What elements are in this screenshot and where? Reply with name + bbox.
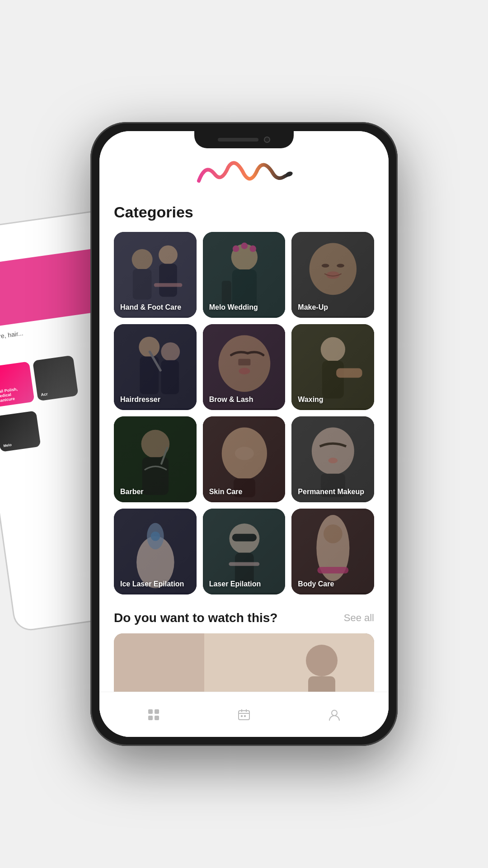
category-card-hand-foot[interactable]: Hand & Foot Care — [114, 232, 197, 318]
svg-rect-24 — [161, 360, 179, 394]
svg-point-21 — [139, 337, 160, 358]
svg-rect-14 — [221, 281, 231, 304]
watch-title: Do you want to watch this? — [114, 611, 277, 625]
category-card-brow-lash[interactable]: Brow & Lash — [203, 324, 286, 410]
category-label-brow-lash: Brow & Lash — [209, 395, 279, 404]
svg-rect-52 — [232, 534, 256, 542]
categories-grid: Hand & Foot Care Melo Wedding Make-Up Ha… — [114, 232, 374, 594]
nav-home[interactable] — [108, 707, 199, 723]
svg-rect-66 — [148, 716, 153, 720]
notch-camera — [264, 137, 270, 143]
bottom-navigation — [99, 692, 389, 737]
category-card-makeup[interactable]: Make-Up — [291, 232, 374, 318]
home-icon — [145, 707, 162, 723]
category-card-ice-laser[interactable]: Ice Laser Epilation — [114, 509, 197, 594]
svg-rect-7 — [154, 283, 183, 287]
phone-screen: Categories Hand & Foot Care Melo Wedding… — [99, 131, 389, 737]
nav-calendar[interactable] — [199, 707, 289, 723]
svg-point-11 — [232, 245, 239, 252]
svg-point-62 — [306, 645, 338, 676]
category-card-waxing[interactable]: Waxing — [291, 324, 374, 410]
category-card-barber[interactable]: Barber — [114, 416, 197, 502]
category-label-laser: Laser Epilation — [209, 580, 279, 588]
category-card-body-care[interactable]: Body Care — [291, 509, 374, 594]
svg-point-40 — [235, 447, 254, 460]
notch-speaker — [218, 138, 258, 142]
svg-point-17 — [322, 264, 329, 267]
svg-point-74 — [332, 710, 337, 716]
bg-thumb-2: Acr — [33, 355, 79, 401]
watch-header: Do you want to watch this? See all — [114, 611, 374, 625]
category-label-barber: Barber — [120, 487, 190, 496]
svg-point-5 — [159, 245, 178, 264]
svg-rect-32 — [322, 361, 344, 399]
svg-rect-72 — [241, 715, 243, 717]
category-label-makeup: Make-Up — [298, 303, 368, 311]
phone-notch — [194, 131, 294, 148]
category-label-body-care: Body Care — [298, 580, 368, 588]
svg-point-31 — [321, 337, 345, 362]
bg-thumb-1: Nail Polish, Medical Manicure — [0, 361, 35, 407]
phone-frame: Categories Hand & Foot Care Melo Wedding… — [90, 122, 398, 746]
category-label-perm-makeup: Permanent Makeup — [298, 487, 368, 496]
svg-point-45 — [328, 458, 338, 463]
profile-icon — [326, 707, 343, 723]
bg-thumb-3: Melo — [0, 410, 41, 452]
app-logo — [190, 158, 298, 190]
svg-rect-65 — [155, 709, 159, 714]
svg-rect-6 — [159, 264, 177, 297]
svg-point-49 — [150, 532, 160, 541]
nav-profile[interactable] — [289, 707, 380, 723]
categories-title: Categories — [114, 203, 374, 221]
svg-rect-33 — [336, 368, 362, 378]
svg-point-58 — [324, 524, 343, 543]
svg-point-13 — [249, 245, 256, 252]
category-label-skin-care: Skin Care — [209, 487, 279, 496]
svg-rect-67 — [155, 716, 159, 720]
svg-rect-28 — [238, 359, 250, 366]
category-card-skin-care[interactable]: Skin Care — [203, 416, 286, 502]
screen-content: Categories Hand & Foot Care Melo Wedding… — [99, 131, 389, 737]
svg-point-23 — [161, 342, 180, 361]
svg-point-29 — [239, 368, 250, 375]
svg-rect-68 — [239, 711, 249, 720]
svg-point-12 — [241, 242, 248, 249]
category-card-wedding[interactable]: Melo Wedding — [203, 232, 286, 318]
svg-point-18 — [337, 264, 345, 267]
svg-rect-10 — [232, 269, 256, 307]
category-card-hairdresser[interactable]: Hairdresser — [114, 324, 197, 410]
svg-rect-73 — [244, 715, 246, 717]
svg-rect-64 — [148, 709, 153, 714]
category-label-waxing: Waxing — [298, 395, 368, 404]
svg-point-3 — [132, 249, 153, 270]
category-label-hand-foot: Hand & Foot Care — [120, 303, 190, 311]
category-label-hairdresser: Hairdresser — [120, 395, 190, 404]
svg-rect-54 — [229, 562, 259, 566]
categories-section: Categories Hand & Foot Care Melo Wedding… — [99, 203, 389, 594]
svg-rect-57 — [318, 567, 349, 574]
svg-point-43 — [312, 428, 354, 475]
calendar-icon — [236, 707, 252, 723]
see-all-button[interactable]: See all — [344, 612, 374, 624]
category-label-ice-laser: Ice Laser Epilation — [120, 580, 190, 588]
svg-rect-4 — [133, 269, 152, 300]
svg-point-16 — [310, 243, 357, 295]
category-card-laser[interactable]: Laser Epilation — [203, 509, 286, 594]
category-card-perm-makeup[interactable]: Permanent Makeup — [291, 416, 374, 502]
category-label-wedding: Melo Wedding — [209, 303, 279, 311]
